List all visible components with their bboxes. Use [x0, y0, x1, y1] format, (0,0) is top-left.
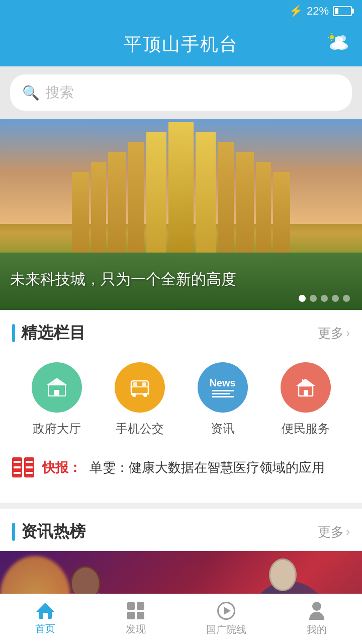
grid-item-bus[interactable]: 手机公交 — [115, 362, 165, 437]
hot-news-title: 资讯热榜 — [21, 521, 85, 543]
home-icon — [36, 603, 54, 619]
play-triangle — [224, 607, 231, 615]
svg-point-5 — [330, 35, 334, 39]
svg-point-20 — [143, 393, 147, 397]
nav-item-home[interactable]: 首页 — [0, 594, 90, 644]
banner-buildings — [0, 138, 362, 253]
nav-label-home: 首页 — [35, 622, 55, 635]
news-line-2 — [212, 393, 230, 394]
person-icon — [309, 602, 324, 620]
hot-news-more-button[interactable]: 更多 › — [318, 523, 350, 541]
app-title: 平顶山手机台 — [124, 32, 238, 57]
bluetooth-icon: ⚡ — [289, 5, 303, 18]
nav-item-cinema[interactable]: 国广院线 — [181, 594, 272, 644]
search-icon: 🔍 — [22, 85, 40, 101]
bottom-navigation: 首页 发现 国广院线 我的 — [0, 594, 362, 644]
dot-4 — [332, 295, 339, 302]
nav-item-discover[interactable]: 发现 — [90, 594, 181, 644]
quick-news-content: 单雯：健康大数据在智慧医疗领域的应用 — [89, 458, 325, 476]
person-head — [312, 602, 321, 611]
dot-3 — [321, 295, 328, 302]
svg-point-4 — [340, 35, 346, 41]
search-placeholder: 搜索 — [46, 83, 74, 102]
grid-item-gov[interactable]: 政府大厅 — [32, 362, 82, 437]
stripe-4 — [26, 461, 33, 463]
nav-label-discover: 发现 — [126, 622, 146, 636]
bus-label: 手机公交 — [116, 421, 164, 437]
quick-news-icon — [12, 457, 34, 477]
chevron-right-icon-2: › — [346, 525, 350, 539]
stripe-3 — [14, 472, 21, 474]
dot-5 — [343, 295, 350, 302]
svg-point-14 — [55, 380, 59, 384]
banner-carousel[interactable]: 未来科技城，只为一个全新的高度 — [0, 119, 362, 310]
news-line-3 — [212, 396, 234, 397]
quick-news-label: 快报： — [42, 459, 81, 476]
bus-icon — [115, 362, 165, 413]
grid-item-news[interactable]: News 资讯 — [198, 362, 248, 437]
grid-cell-1 — [127, 602, 135, 610]
svg-rect-18 — [142, 382, 146, 386]
status-bar: ⚡ 22% — [0, 0, 362, 22]
person-body — [309, 612, 324, 620]
divider-1 — [0, 503, 362, 509]
grid-cell-2 — [137, 602, 144, 610]
news-line-1 — [212, 390, 234, 391]
featured-header: 精选栏目 更多 › — [0, 310, 362, 352]
featured-more-label: 更多 — [318, 325, 344, 342]
section-bar — [12, 324, 15, 342]
hot-news-title-wrap: 资讯热榜 — [12, 521, 85, 543]
news-label: 资讯 — [211, 421, 235, 437]
section-bar-2 — [12, 523, 15, 541]
search-bar[interactable]: 🔍 搜索 — [10, 74, 352, 111]
status-icons: ⚡ 22% — [289, 5, 352, 18]
banner-dots — [299, 295, 350, 302]
service-label: 便民服务 — [282, 421, 330, 437]
svg-rect-25 — [304, 390, 308, 396]
app-header: 平顶山手机台 — [0, 22, 362, 66]
dot-1 — [299, 295, 306, 302]
featured-more-button[interactable]: 更多 › — [318, 325, 350, 342]
home-body — [39, 610, 52, 619]
stripe-5 — [26, 466, 33, 468]
service-icon — [281, 362, 331, 413]
svg-point-19 — [132, 393, 136, 397]
play-icon — [217, 602, 235, 620]
news-icon: News — [198, 362, 248, 413]
grid-item-service[interactable]: 便民服务 — [281, 362, 331, 437]
head-right — [269, 558, 297, 591]
featured-section: 精选栏目 更多 › 政府大厅 — [0, 310, 362, 503]
svg-rect-12 — [54, 390, 59, 396]
chevron-right-icon: › — [346, 326, 350, 340]
stripe-1 — [14, 461, 21, 463]
grid-cell-4 — [137, 612, 144, 619]
hot-news-more-label: 更多 — [318, 523, 344, 541]
gov-icon — [32, 362, 82, 413]
featured-icons-grid: 政府大厅 手机公交 News — [0, 352, 362, 447]
svg-rect-17 — [133, 382, 137, 386]
search-section: 🔍 搜索 — [0, 66, 362, 119]
svg-point-3 — [332, 41, 346, 49]
featured-title: 精选栏目 — [21, 322, 85, 344]
stripe-2 — [14, 466, 21, 468]
home-door — [43, 613, 48, 619]
stripe-6 — [26, 472, 33, 474]
hot-news-header: 资讯热榜 更多 › — [0, 509, 362, 551]
battery-percent: 22% — [307, 5, 329, 18]
news-lines — [212, 390, 234, 397]
nav-label-cinema: 国广院线 — [206, 623, 246, 636]
quick-news-bar[interactable]: 快报： 单雯：健康大数据在智慧医疗领域的应用 — [0, 447, 362, 488]
dot-2 — [310, 295, 317, 302]
news-en-text: News — [209, 378, 235, 388]
featured-title-wrap: 精选栏目 — [12, 322, 85, 344]
weather-icon[interactable] — [328, 31, 350, 58]
gov-label: 政府大厅 — [33, 421, 81, 437]
grid-cell-3 — [127, 612, 135, 619]
nav-label-mine: 我的 — [307, 623, 327, 636]
battery-icon — [333, 6, 352, 16]
discover-icon — [127, 602, 144, 619]
nav-item-mine[interactable]: 我的 — [272, 594, 362, 644]
banner-caption: 未来科技城，只为一个全新的高度 — [10, 269, 236, 290]
